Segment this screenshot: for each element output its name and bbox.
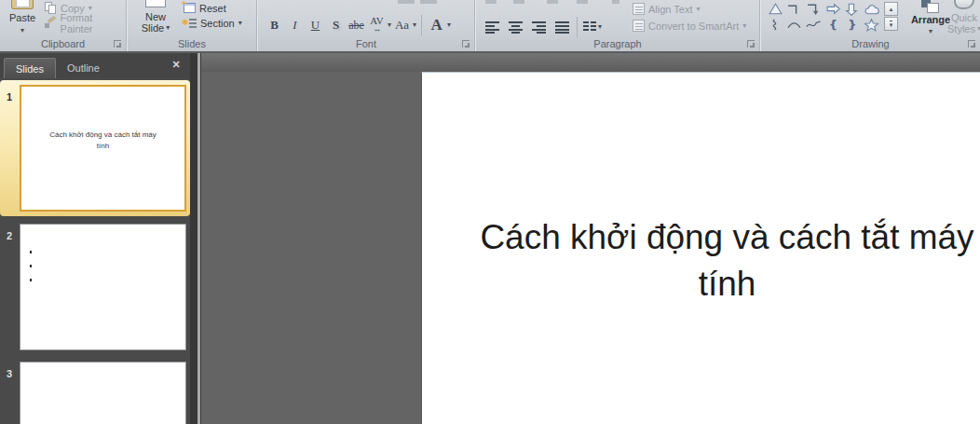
section-label: Section xyxy=(200,18,235,29)
font-dialog-launcher-icon[interactable] xyxy=(462,40,470,48)
shape-elbow-connector-icon[interactable] xyxy=(786,2,802,16)
align-text-icon xyxy=(633,3,645,15)
character-spacing-button[interactable]: AV ↔ xyxy=(367,15,387,35)
shape-arc-icon[interactable] xyxy=(786,18,802,32)
shape-star-icon[interactable] xyxy=(864,18,879,32)
font-group-label: Font xyxy=(258,38,474,49)
italic-button[interactable]: I xyxy=(285,15,305,35)
new-slide-dropdown-icon[interactable]: ▾ xyxy=(166,24,170,32)
slide-canvas[interactable]: Cách khởi động và cách tắt máy tính xyxy=(421,72,980,424)
bold-button[interactable]: B xyxy=(265,15,284,35)
shape-right-brace-icon[interactable]: } xyxy=(848,18,856,32)
shape-curve-icon[interactable] xyxy=(806,18,822,32)
shape-cloud-icon[interactable] xyxy=(864,2,879,16)
format-painter-button[interactable]: Format Painter xyxy=(45,16,126,30)
character-spacing-dropdown-icon[interactable]: ▾ xyxy=(388,21,391,29)
workspace: Slides Outline ✕ 1 Cách khởi động và các… xyxy=(0,53,980,424)
align-center-icon xyxy=(509,21,523,34)
cropped-paragraph-row-fragment xyxy=(577,0,588,4)
ribbon-group-paragraph: ▾ Align Text ▾ Convert to SmartArt ▾ Par… xyxy=(476,0,760,51)
slide-title-textbox[interactable]: Cách khởi động và cách tắt máy tính xyxy=(422,73,980,308)
slide-3-thumbnail[interactable] xyxy=(20,362,186,424)
shape-elbow-arrow-connector-icon[interactable] xyxy=(806,2,822,16)
drawing-group-label: Drawing xyxy=(761,38,980,49)
new-slide-button[interactable]: New Slide ▾ xyxy=(137,0,174,34)
align-center-button[interactable] xyxy=(505,18,525,37)
convert-to-smartart-icon xyxy=(633,20,645,32)
clipboard-dialog-launcher-icon[interactable] xyxy=(114,40,121,48)
convert-to-smartart-dropdown-icon: ▾ xyxy=(742,22,746,30)
reset-icon xyxy=(184,3,196,13)
cropped-paragraph-row-fragment xyxy=(485,0,497,4)
cropped-font-row-fragment xyxy=(420,0,437,4)
cropped-font-row-fragment xyxy=(398,0,415,4)
thumbnail-bullet-marks xyxy=(30,251,32,293)
columns-icon xyxy=(583,21,596,33)
panel-splitter[interactable] xyxy=(190,53,201,424)
new-slide-icon xyxy=(145,0,166,7)
paragraph-group-label: Paragraph xyxy=(476,38,759,49)
slides-group-label: Slides xyxy=(128,38,256,49)
section-dropdown-icon: ▾ xyxy=(238,20,242,27)
slide-title-line1: Cách khởi động và cách tắt máy xyxy=(422,214,980,261)
paragraph-dialog-launcher-icon[interactable] xyxy=(747,40,755,48)
drawing-dialog-launcher-icon[interactable] xyxy=(968,40,975,48)
align-text-button[interactable]: Align Text ▾ xyxy=(633,2,746,16)
slides-panel: Slides Outline ✕ 1 Cách khởi động và các… xyxy=(0,53,190,424)
align-left-button[interactable] xyxy=(482,18,502,37)
align-right-button[interactable] xyxy=(528,18,549,37)
paste-label: Paste xyxy=(9,12,35,23)
font-group-separator xyxy=(421,15,422,35)
change-case-button[interactable]: Aa xyxy=(392,15,412,35)
slide-thumbnail-item-3[interactable]: 3 xyxy=(0,362,190,424)
slide-thumbnail-item-1[interactable]: 1 Cách khởi động và cách tắt máy tính xyxy=(0,80,190,216)
close-panel-icon[interactable]: ✕ xyxy=(170,58,183,71)
slide-2-thumbnail[interactable] xyxy=(20,224,186,350)
character-spacing-arrows-icon: ↔ xyxy=(373,25,380,34)
ribbon-group-clipboard: Paste ▾ Copy ▾ Format Painter Clipboard xyxy=(0,0,127,51)
change-case-dropdown-icon[interactable]: ▾ xyxy=(413,21,416,29)
thumbnail-title-text: Cách khởi động và cách tắt máy tính xyxy=(21,87,184,152)
columns-button[interactable]: ▾ xyxy=(582,18,603,37)
justify-button[interactable] xyxy=(551,18,572,37)
slide-number: 1 xyxy=(7,91,12,103)
slide-thumbnail-item-2[interactable]: 2 xyxy=(0,224,190,350)
tab-slides[interactable]: Slides xyxy=(4,58,56,78)
shapes-scroll-up-button[interactable]: ▴ xyxy=(884,2,898,16)
justify-icon xyxy=(555,21,569,34)
font-color-button[interactable]: A xyxy=(427,15,446,35)
underline-button[interactable]: U xyxy=(306,15,325,35)
ribbon-group-font: B I U S abe AV ↔ ▾ Aa ▾ A ▾ Font xyxy=(258,0,475,51)
tab-outline[interactable]: Outline xyxy=(56,58,111,78)
paste-clipboard-icon xyxy=(11,0,34,9)
text-shadow-button[interactable]: S xyxy=(326,15,346,35)
paste-button[interactable]: Paste ▾ xyxy=(6,0,39,34)
paragraph-group-separator xyxy=(577,17,578,37)
slide-number: 3 xyxy=(7,368,12,379)
paste-dropdown-icon[interactable]: ▾ xyxy=(20,27,24,34)
shape-scribble-icon[interactable] xyxy=(768,18,783,32)
slide-number: 2 xyxy=(7,230,12,241)
arrange-icon xyxy=(921,0,940,11)
convert-to-smartart-button[interactable]: Convert to SmartArt ▾ xyxy=(633,19,746,33)
slide-1-thumbnail[interactable]: Cách khởi động và cách tắt máy tính xyxy=(20,85,186,212)
quick-styles-icon xyxy=(954,0,974,9)
shapes-gallery-more-button[interactable]: ▾ xyxy=(884,17,898,31)
shape-left-brace-icon[interactable]: { xyxy=(829,18,837,32)
shape-triangle-icon[interactable] xyxy=(768,2,783,16)
shape-right-arrow-icon[interactable] xyxy=(825,2,841,16)
copy-dropdown-icon: ▾ xyxy=(88,5,92,12)
strikethrough-button[interactable]: abe xyxy=(347,15,366,35)
quick-styles-button[interactable]: Quick Styles ▾ xyxy=(946,0,980,34)
reset-label: Reset xyxy=(199,3,226,14)
shape-down-arrow-icon[interactable] xyxy=(844,2,860,16)
font-color-dropdown-icon[interactable]: ▾ xyxy=(447,21,451,29)
section-button[interactable]: Section ▾ xyxy=(184,16,242,30)
align-right-icon xyxy=(532,21,546,34)
quick-styles-label-line1: Quick xyxy=(951,12,977,23)
cropped-paragraph-row-fragment xyxy=(513,0,524,4)
scroll-up-icon: ▴ xyxy=(890,6,893,13)
slide-editor-area: Cách khởi động và cách tắt máy tính xyxy=(201,53,980,424)
align-text-dropdown-icon: ▾ xyxy=(697,6,701,13)
reset-button[interactable]: Reset xyxy=(184,1,226,15)
